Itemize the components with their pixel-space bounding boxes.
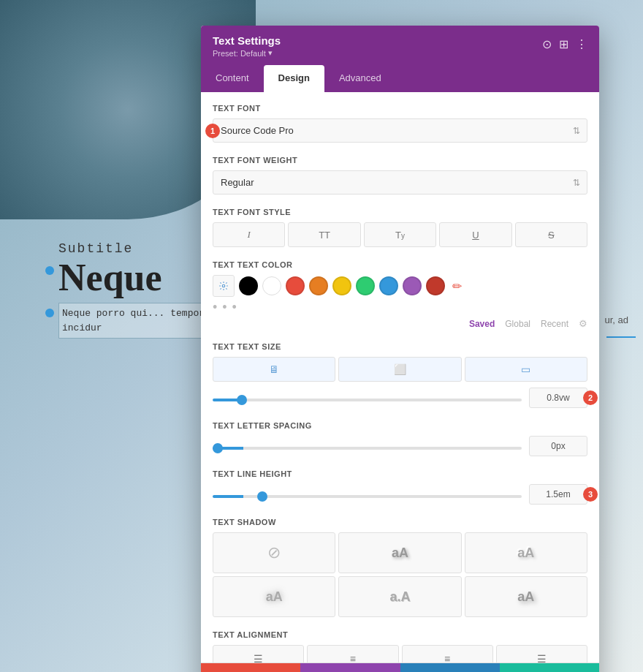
align-justify-icon: ☰ — [537, 653, 547, 662]
tab-content[interactable]: Content — [201, 65, 264, 92]
letter-spacing-section: Text Letter Spacing — [213, 421, 587, 456]
swatch-orange[interactable] — [309, 276, 328, 295]
modal-body: Text Font 1 Source Code Pro ⇅ Text Font … — [201, 92, 599, 662]
align-center-icon: ≡ — [350, 653, 356, 662]
badge-1: 1 — [205, 124, 220, 138]
shadow-5-preview: aA — [517, 589, 534, 605]
target-icon[interactable]: ⊙ — [542, 37, 552, 51]
swatch-purple[interactable] — [403, 276, 422, 295]
line-height-value[interactable] — [529, 484, 587, 505]
letter-spacing-slider-container — [213, 439, 522, 453]
color-tab-global[interactable]: Global — [505, 319, 530, 329]
align-right-btn[interactable]: ≡ — [402, 645, 493, 662]
align-left-icon: ☰ — [254, 653, 263, 662]
color-tab-recent[interactable]: Recent — [541, 319, 568, 329]
edit-dot-2 — [45, 309, 54, 317]
underline-btn[interactable]: U — [439, 222, 511, 247]
layout-icon[interactable]: ⊞ — [559, 37, 568, 51]
color-pencil-icon[interactable]: ✏ — [452, 279, 462, 293]
font-style-buttons: I TT Ty U S — [213, 222, 587, 247]
text-font-label: Text Font — [213, 104, 587, 113]
text-font-section: Text Font 1 Source Code Pro ⇅ — [213, 104, 587, 143]
letter-spacing-value[interactable] — [529, 436, 587, 456]
modal-footer: ✕ ↺ ↻ ✓ — [201, 662, 599, 672]
swatch-darkred[interactable] — [426, 276, 445, 295]
redo-button[interactable]: ↻ — [400, 663, 500, 672]
swatch-black[interactable] — [239, 276, 258, 295]
subtitle-body: Neque porro qui... tempora incidur — [58, 303, 219, 339]
modal-title: Text Settings — [213, 34, 281, 47]
weight-select[interactable]: Regular Bold Light — [213, 170, 587, 195]
align-left-btn[interactable]: ☰ — [213, 645, 304, 662]
tablet-icon: ⬜ — [394, 363, 406, 375]
svg-point-0 — [222, 284, 225, 287]
weight-select-wrapper: Regular Bold Light ⇅ — [213, 170, 587, 195]
font-row: 1 Source Code Pro ⇅ — [213, 118, 587, 143]
mobile-icon: ▭ — [521, 363, 530, 375]
line-height-slider[interactable] — [213, 495, 522, 498]
color-tab-saved[interactable]: Saved — [469, 319, 495, 329]
text-size-slider[interactable] — [213, 399, 522, 401]
letter-spacing-slider[interactable] — [213, 447, 522, 450]
mobile-size-btn[interactable]: ▭ — [465, 357, 587, 382]
capitalize-btn[interactable]: Ty — [364, 222, 436, 247]
text-alignment-section: Text Alignment ☰ ≡ ≡ ☰ — [213, 630, 587, 662]
modal-panel: Text Settings Preset: Default ▾ ⊙ ⊞ ⋮ Co… — [201, 26, 599, 672]
italic-btn[interactable]: I — [213, 222, 285, 247]
no-shadow-icon: ⊘ — [267, 543, 281, 562]
menu-icon[interactable]: ⋮ — [576, 37, 587, 51]
text-size-value[interactable] — [529, 388, 587, 408]
text-shadow-label: Text Shadow — [213, 518, 587, 526]
swatch-red[interactable] — [286, 276, 305, 295]
text-alignment-label: Text Alignment — [213, 630, 587, 639]
swatch-blue[interactable] — [379, 276, 398, 295]
undo-button[interactable]: ↺ — [300, 663, 400, 672]
align-buttons: ☰ ≡ ≡ ☰ — [213, 645, 587, 662]
tab-design[interactable]: Design — [264, 65, 324, 92]
text-text-color-section: Text Text Color ✏ • • • Saved Global — [213, 260, 587, 329]
line-height-section: Text Line Height 3 — [213, 469, 587, 505]
size-device-buttons: 🖥 ⬜ ▭ — [213, 357, 587, 382]
color-settings-icon[interactable]: ⚙ — [579, 318, 587, 329]
swatch-green[interactable] — [356, 276, 375, 295]
align-justify-btn[interactable]: ☰ — [496, 645, 587, 662]
right-underline — [606, 336, 636, 338]
line-height-slider-container — [213, 488, 522, 501]
color-picker-tool[interactable] — [213, 275, 235, 297]
shadow-5-btn[interactable]: aA — [465, 576, 587, 617]
tablet-size-btn[interactable]: ⬜ — [338, 357, 461, 382]
right-text: ur, ad — [604, 314, 628, 325]
desktop-size-btn[interactable]: 🖥 — [213, 357, 335, 382]
strikethrough-btn[interactable]: S — [515, 222, 587, 247]
swatch-yellow[interactable] — [332, 276, 351, 295]
line-height-slider-row: 3 — [213, 484, 587, 505]
confirm-button[interactable]: ✓ — [500, 663, 599, 672]
cancel-button[interactable]: ✕ — [201, 663, 300, 672]
shadow-4-btn[interactable]: a.A — [338, 576, 461, 617]
shadow-3-btn[interactable]: aA — [213, 576, 335, 617]
subtitle-area: Subtitle Neque Neque porro qui... tempor… — [58, 241, 219, 339]
text-font-weight-section: Text Font Weight Regular Bold Light ⇅ — [213, 156, 587, 195]
modal-header-left: Text Settings Preset: Default ▾ — [213, 34, 281, 65]
text-size-section: Text Text Size 🖥 ⬜ ▭ 2 — [213, 342, 587, 408]
uppercase-btn[interactable]: TT — [288, 222, 360, 247]
align-center-btn[interactable]: ≡ — [307, 645, 398, 662]
subtitle-big: Neque — [58, 259, 219, 297]
shadow-3-preview: aA — [266, 589, 283, 605]
more-dots[interactable]: • • • — [213, 300, 587, 315]
font-select[interactable]: Source Code Pro — [213, 118, 587, 143]
tabs: Content Design Advanced — [201, 65, 599, 92]
preset-label[interactable]: Preset: Default ▾ — [213, 48, 281, 58]
text-size-label: Text Text Size — [213, 342, 587, 351]
color-tabs-row: Saved Global Recent ⚙ — [213, 318, 587, 329]
align-right-icon: ≡ — [444, 653, 450, 662]
swatch-white[interactable] — [262, 276, 281, 295]
text-font-weight-label: Text Font Weight — [213, 156, 587, 165]
shadow-2-btn[interactable]: aA — [465, 532, 587, 573]
tab-advanced[interactable]: Advanced — [324, 65, 396, 92]
edit-dot-1 — [45, 266, 54, 275]
shadow-1-btn[interactable]: aA — [338, 532, 461, 573]
shadow-none-btn[interactable]: ⊘ — [213, 532, 335, 573]
line-height-label: Text Line Height — [213, 469, 587, 478]
desktop-icon: 🖥 — [269, 363, 279, 375]
